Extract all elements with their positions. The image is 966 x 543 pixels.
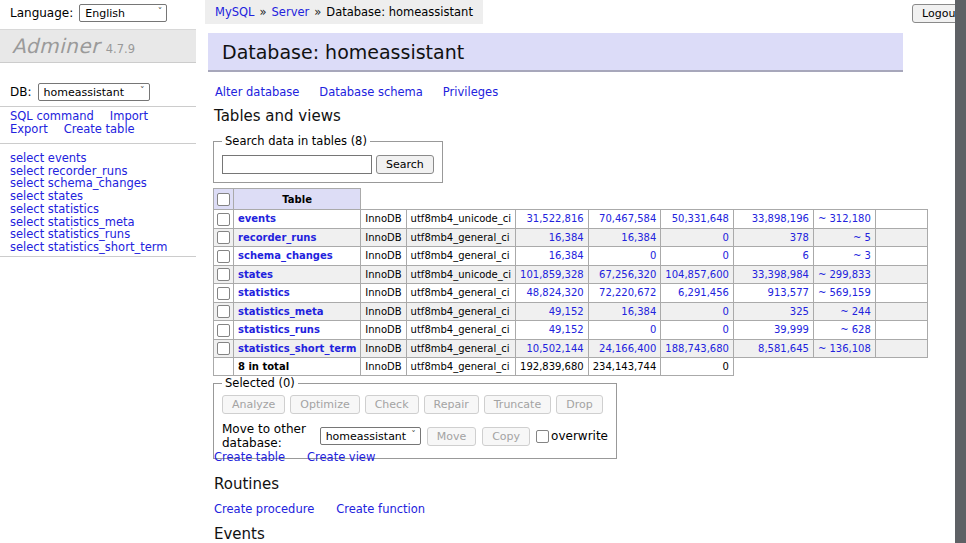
data-free-link[interactable]: 0	[723, 250, 729, 261]
row-checkbox[interactable]	[217, 342, 230, 355]
table-name-link[interactable]: statistics_meta	[238, 306, 323, 317]
db-select[interactable]: homeassistant ˅	[38, 83, 150, 101]
breadcrumb-link-mysql[interactable]: MySQL	[215, 5, 255, 19]
breadcrumb-current: Database: homeassistant	[326, 5, 473, 19]
auto-increment-link[interactable]: 6	[803, 250, 809, 261]
bulk-action-button: Optimize	[290, 395, 359, 414]
bulk-actions: AnalyzeOptimizeCheckRepairTruncateDrop	[222, 395, 608, 414]
rows-link[interactable]: ~ 5	[853, 232, 871, 243]
bulk-action-button: Truncate	[484, 395, 551, 414]
data-free-link[interactable]: 188,743,680	[665, 343, 729, 354]
rows-link[interactable]: ~ 569,159	[818, 287, 871, 298]
database-action-link[interactable]: Database schema	[319, 85, 422, 99]
total-collation: utf8mb4_general_ci	[406, 358, 515, 376]
collation-cell: utf8mb4_general_ci	[406, 321, 515, 340]
index-length-link[interactable]: 67,256,320	[599, 269, 656, 280]
page-title: Database: homeassistant	[208, 33, 903, 72]
index-length-link[interactable]: 0	[650, 324, 656, 335]
scrollbar[interactable]	[955, 0, 966, 543]
index-length-link[interactable]: 70,467,584	[599, 213, 656, 224]
sidebar-select-link[interactable]: select states	[10, 190, 167, 203]
brand-name: Adminer	[12, 34, 100, 58]
table-name-link[interactable]: statistics_runs	[238, 324, 320, 335]
sidebar-select-link[interactable]: select statistics	[10, 203, 167, 216]
bulk-action-button: Drop	[556, 395, 602, 414]
create-link[interactable]: Create table	[214, 450, 285, 464]
data-length-link[interactable]: 49,152	[549, 324, 584, 335]
auto-increment-link[interactable]: 33,898,196	[752, 213, 809, 224]
language-select[interactable]: English ˅	[79, 4, 167, 22]
data-free-link[interactable]: 0	[723, 324, 729, 335]
auto-increment-link[interactable]: 39,999	[774, 324, 809, 335]
index-length-link[interactable]: 72,220,672	[599, 287, 656, 298]
data-length-link[interactable]: 48,824,320	[526, 287, 583, 298]
row-checkbox[interactable]	[217, 250, 230, 263]
table-name-link[interactable]: schema_changes	[238, 250, 333, 261]
table-row: statistics_meta InnoDB utf8mb4_general_c…	[214, 302, 928, 321]
auto-increment-link[interactable]: 33,398,984	[752, 269, 809, 280]
search-input[interactable]	[222, 155, 372, 174]
rows-link[interactable]: ~ 628	[840, 324, 871, 335]
data-length-link[interactable]: 101,859,328	[520, 269, 584, 280]
table-name-link[interactable]: recorder_runs	[238, 232, 316, 243]
comment-cell	[875, 284, 927, 303]
collation-cell: utf8mb4_unicode_ci	[406, 265, 515, 284]
data-free-link[interactable]: 6,291,456	[678, 287, 729, 298]
sidebar-action-link[interactable]: Create table	[64, 123, 135, 136]
auto-increment-link[interactable]: 325	[790, 306, 809, 317]
collation-cell: utf8mb4_unicode_ci	[406, 210, 515, 229]
sidebar-action-link[interactable]: Export	[10, 123, 48, 136]
auto-increment-link[interactable]: 913,577	[768, 287, 809, 298]
data-length-link[interactable]: 31,522,816	[526, 213, 583, 224]
routine-links: Create procedureCreate function	[214, 502, 447, 516]
total-index-length: 234,143,744	[588, 358, 661, 376]
row-checkbox[interactable]	[217, 268, 230, 281]
auto-increment-link[interactable]: 8,581,645	[758, 343, 809, 354]
data-free-link[interactable]: 0	[723, 306, 729, 317]
index-length-link[interactable]: 24,166,400	[599, 343, 656, 354]
row-checkbox[interactable]	[217, 287, 230, 300]
row-checkbox[interactable]	[217, 231, 230, 244]
search-button[interactable]: Search	[376, 155, 434, 174]
data-length-link[interactable]: 16,384	[549, 232, 584, 243]
select-all-checkbox[interactable]	[217, 193, 230, 206]
index-length-link[interactable]: 16,384	[621, 232, 656, 243]
create-link[interactable]: Create view	[307, 450, 375, 464]
divider	[0, 143, 196, 144]
data-length-link[interactable]: 49,152	[549, 306, 584, 317]
data-free-link[interactable]: 50,331,648	[672, 213, 729, 224]
index-length-link[interactable]: 16,384	[621, 306, 656, 317]
rows-link[interactable]: ~ 312,180	[818, 213, 871, 224]
rows-link[interactable]: ~ 136,108	[818, 343, 871, 354]
database-action-link[interactable]: Alter database	[215, 85, 299, 99]
sidebar-select-link[interactable]: select statistics_short_term	[10, 241, 167, 254]
auto-increment-link[interactable]: 378	[790, 232, 809, 243]
table-name-link[interactable]: states	[238, 269, 273, 280]
overwrite-checkbox[interactable]	[536, 430, 549, 443]
routine-link[interactable]: Create function	[336, 502, 425, 516]
row-checkbox[interactable]	[217, 305, 230, 318]
data-free-link[interactable]: 104,857,600	[665, 269, 729, 280]
comment-cell	[875, 265, 927, 284]
table-name-link[interactable]: events	[238, 213, 276, 224]
row-checkbox[interactable]	[217, 213, 230, 226]
rows-link[interactable]: ~ 299,833	[818, 269, 871, 280]
data-free-link[interactable]: 0	[723, 232, 729, 243]
index-length-link[interactable]: 0	[650, 250, 656, 261]
routine-link[interactable]: Create procedure	[214, 502, 314, 516]
move-db-select[interactable]: homeassistant ˅	[320, 427, 421, 445]
table-name-link[interactable]: statistics	[238, 287, 290, 298]
database-action-link[interactable]: Privileges	[443, 85, 498, 99]
chevron-down-icon: ˅	[158, 7, 163, 16]
db-label: DB:	[10, 85, 32, 99]
column-header-table: Table	[234, 189, 361, 210]
table-name-link[interactable]: statistics_short_term	[238, 343, 356, 354]
collation-cell: utf8mb4_general_ci	[406, 247, 515, 266]
rows-link[interactable]: ~ 3	[853, 250, 871, 261]
rows-link[interactable]: ~ 244	[840, 306, 871, 317]
row-checkbox[interactable]	[217, 324, 230, 337]
data-length-link[interactable]: 10,502,144	[526, 343, 583, 354]
sidebar-select-link[interactable]: select events	[10, 152, 167, 165]
breadcrumb-link-server[interactable]: Server	[272, 5, 310, 19]
data-length-link[interactable]: 16,384	[549, 250, 584, 261]
